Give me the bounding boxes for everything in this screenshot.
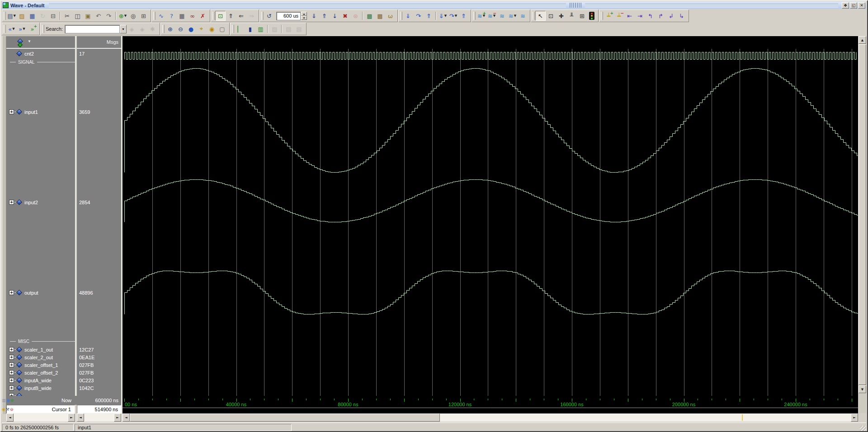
env-back-button[interactable]: ⇐ (236, 11, 246, 21)
wrench-icon[interactable]: ⚒ (6, 407, 9, 412)
scroll-track[interactable] (14, 413, 68, 422)
run-over-button[interactable]: ↷▼ (448, 11, 458, 21)
step-out-button[interactable]: ⇑ (424, 11, 434, 21)
reload-button[interactable]: ↻ (38, 11, 48, 21)
msgs-column-header[interactable]: Msgs (77, 36, 121, 49)
compare-add-button[interactable]: ▤ (283, 24, 294, 34)
expand-button[interactable]: + (9, 355, 14, 360)
zoom-mode-toggle-button[interactable]: ▢ (217, 24, 227, 34)
zoom-out-button[interactable]: ⊖ (175, 24, 186, 34)
lock-icon[interactable]: ◉ (2, 407, 5, 412)
signal-row-scaler_offset_1[interactable]: +scaler_offset_1 (6, 361, 75, 369)
scroll-up-button[interactable]: ▲ (859, 36, 866, 44)
find-button[interactable]: ◎ (128, 11, 138, 21)
signal-row-inputA_wide[interactable]: +inputA_wide (6, 376, 75, 384)
expand-button[interactable]: + (9, 290, 14, 295)
show-readers-button[interactable]: ∞ (187, 11, 198, 21)
delete-wave-button[interactable]: ✗ (198, 11, 208, 21)
signal-row-input1[interactable]: +input1 (6, 108, 75, 116)
signal-row-partial[interactable]: + (6, 392, 75, 396)
prev-rising-edge-button[interactable]: ↲ (666, 11, 676, 21)
signal-names-column[interactable]: ▼ cnt2SIGNAL+input1+input2+outputMISC+sc… (6, 36, 75, 396)
compare-run-button[interactable]: ▤ (294, 24, 304, 34)
zoom-cursor-button[interactable]: ⌖ (196, 24, 207, 34)
find-next-button[interactable]: ◈ (127, 24, 137, 34)
format-literal-button[interactable]: ▏ (235, 24, 245, 34)
cursor-mode-button[interactable]: ╨ (566, 11, 577, 21)
cursor1-label[interactable]: Cursor 1 (6, 405, 75, 413)
expand-button[interactable]: + (9, 109, 14, 114)
copy-button[interactable]: ◫ (72, 11, 83, 21)
scroll-down-button[interactable]: ▼ (859, 385, 866, 393)
vertical-scrollbar[interactable]: ▲ ▼ (859, 36, 866, 413)
continue-run-button[interactable]: ⇑ (319, 11, 330, 21)
format-event-button[interactable]: ▥ (255, 24, 266, 34)
zoom-range-button[interactable]: ◉ (207, 24, 217, 34)
run-length-input[interactable] (276, 12, 301, 20)
prev-falling-edge-button[interactable]: ↰ (645, 11, 656, 21)
compare-options-button[interactable]: ▨ (269, 24, 280, 34)
scroll-left-button[interactable]: ◄ (6, 413, 14, 422)
select-mode-button[interactable]: ↖ (535, 11, 546, 21)
step-over-button[interactable]: ↷ (413, 11, 424, 21)
spin-up-button[interactable]: ▲ (301, 12, 307, 16)
scroll-right-button[interactable]: ► (851, 413, 858, 422)
signal-selector-icon[interactable]: ▼ (18, 39, 31, 43)
names-column-header[interactable]: ▼ (6, 36, 75, 49)
break-button[interactable]: ✖ (340, 11, 350, 21)
memory-view-button[interactable]: ▦ (177, 11, 187, 21)
edit-mode-button[interactable]: ⊞ (577, 11, 587, 21)
scroll-track[interactable] (84, 413, 114, 422)
print-button[interactable]: ⊟ (48, 11, 58, 21)
pan-hand-button[interactable]: ω (385, 11, 396, 21)
next-falling-edge-button[interactable]: ↱ (656, 11, 666, 21)
spin-down-button[interactable]: ▼ (301, 16, 307, 20)
cursor-lock-icons[interactable]: ◉ ⚒ ⊖ (2, 407, 13, 412)
expand-button[interactable]: + (9, 378, 14, 383)
event-next-button[interactable]: »▼ (17, 24, 27, 34)
insert-cursor-button[interactable]: ┷+ (604, 11, 614, 21)
scroll-left-button[interactable]: ◄ (123, 413, 130, 422)
search-dropdown-button[interactable]: ▼ (120, 25, 127, 33)
zoom-in-button[interactable]: ⊕ (165, 24, 175, 34)
title-bar[interactable]: Wave - Default ❖◱✕ (2, 1, 866, 9)
next-rising-edge-button[interactable]: ↳ (676, 11, 687, 21)
close-button[interactable]: ✕ (858, 2, 865, 9)
delete-cursor-button[interactable]: ┷− (614, 11, 624, 21)
wave-export-button[interactable]: ≋ (518, 11, 528, 21)
signal-row-scaler_1_out[interactable]: +scaler_1_out (6, 346, 75, 353)
cut-button[interactable]: ✂ (62, 11, 72, 21)
run-out-button[interactable]: ⇑ (458, 11, 469, 21)
wave-add-button[interactable]: ≋+▼ (476, 11, 486, 21)
stop-sim-button[interactable]: ⊛ (350, 11, 361, 21)
scroll-track[interactable] (440, 413, 851, 422)
signal-row-scaler_offset_2[interactable]: +scaler_offset_2 (6, 369, 75, 376)
redo-button[interactable]: ↷ (104, 11, 114, 21)
add-selected-button[interactable]: ⊕▼ (118, 11, 128, 21)
scroll-left-button[interactable]: ◄ (77, 413, 84, 422)
run-button[interactable]: ⇓ (309, 11, 319, 21)
pan-mode-button[interactable]: ✚ (556, 11, 566, 21)
signal-row-inputB_wide[interactable]: +inputB_wide (6, 384, 75, 392)
expand-button[interactable]: + (9, 370, 14, 375)
group-divider[interactable]: SIGNAL (6, 59, 75, 65)
format-logic-button[interactable]: ▮ (245, 24, 255, 34)
open-file-button[interactable]: ▨ (17, 11, 27, 21)
cursor1-value[interactable]: 514900 ns (77, 405, 121, 413)
search-input[interactable] (65, 25, 120, 33)
expanded-time-deltas-button[interactable]: ▩ (364, 11, 375, 21)
group-divider[interactable]: MISC (6, 338, 75, 344)
signal-row-input2[interactable]: +input2 (6, 198, 75, 206)
expanded-time-icon[interactable]: ▥ (2, 398, 6, 403)
show-unknowns-button[interactable]: ? (166, 11, 177, 21)
cursor-toolbar-icons[interactable]: ▥ ▣ ⊕ (2, 398, 14, 403)
timeline-ruler[interactable] (123, 398, 858, 415)
add-cursor-icon[interactable]: ⊕ (10, 398, 14, 403)
signal-values-column[interactable]: Msgs 17365928544889612C270EA1E027FB027FB… (77, 36, 121, 396)
restart-button[interactable]: ↺ (264, 11, 274, 21)
signal-row-cnt2[interactable]: cnt2 (6, 50, 75, 57)
wave-hscrollbar[interactable]: ◄ ► (123, 413, 858, 422)
signal-row-scaler_2_out[interactable]: +scaler_2_out (6, 353, 75, 361)
save-button[interactable]: ▦ (27, 11, 38, 21)
waveform-canvas[interactable] (123, 36, 858, 396)
